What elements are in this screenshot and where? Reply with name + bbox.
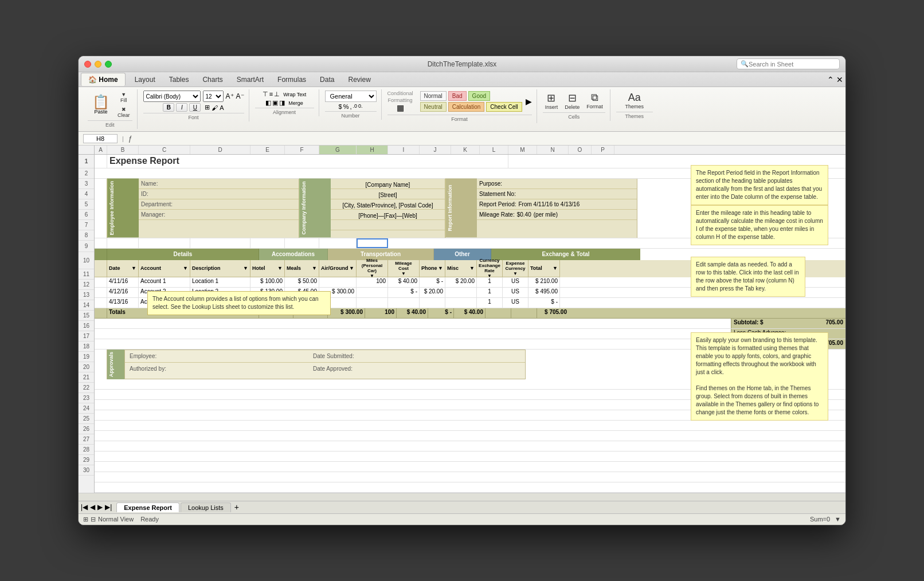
paste-button[interactable]: 📋 Paste	[88, 93, 114, 117]
nav-last-sheet[interactable]: ▶|	[105, 503, 112, 511]
delete-button[interactable]: ⊟ Delete	[562, 91, 582, 111]
tab-smartart[interactable]: SmartArt	[230, 73, 271, 86]
align-bottom-icon[interactable]: ⊥	[274, 91, 280, 98]
col-account-header[interactable]: Account▼	[139, 260, 190, 277]
borders-icon[interactable]: ⊞	[205, 104, 210, 111]
font-name-select[interactable]: Calibri (Body)	[143, 91, 201, 102]
number-format-select[interactable]: General	[325, 91, 377, 102]
col-mileage-cost-header[interactable]: Mileage Cost▼	[388, 260, 420, 277]
style-checkcell[interactable]: Check Cell	[486, 102, 522, 112]
nav-first-sheet[interactable]: |◀	[81, 503, 88, 511]
style-good[interactable]: Good	[468, 91, 490, 101]
cell-E8[interactable]	[250, 238, 285, 248]
cell-H8-selected[interactable]	[357, 238, 388, 248]
cell-mileage-11[interactable]: $ 40.00	[388, 277, 420, 287]
cell-D8[interactable]	[190, 238, 250, 248]
cell-total-12[interactable]: $ 495.00	[528, 288, 560, 297]
cell-A1[interactable]	[95, 155, 107, 168]
minimize-button[interactable]	[95, 61, 101, 68]
bold-button[interactable]: B	[163, 103, 174, 112]
align-middle-icon[interactable]: ≡	[269, 91, 273, 98]
cell-total-11[interactable]: $ 210.00	[528, 277, 560, 287]
sheet-tab-expense-report[interactable]: Expense Report	[116, 503, 179, 512]
col-header-D[interactable]: D	[190, 146, 250, 154]
col-total-header[interactable]: Total▼	[528, 260, 560, 277]
cell-A11[interactable]	[95, 277, 107, 287]
col-header-F[interactable]: F	[285, 146, 319, 154]
tab-formulas[interactable]: Formulas	[271, 73, 313, 86]
align-right-icon[interactable]: ◨	[279, 99, 285, 107]
themes-button[interactable]: Aa Themes	[622, 91, 646, 111]
add-sheet-button[interactable]: +	[234, 503, 239, 512]
cell-mileage-12[interactable]: $ -	[388, 288, 420, 297]
col-miles-header[interactable]: Miles (Personal Car)▼	[357, 260, 388, 277]
search-input[interactable]	[749, 61, 836, 68]
cell-A13[interactable]	[95, 298, 107, 308]
cell-misc-12[interactable]	[445, 288, 477, 297]
nav-prev-sheet[interactable]: ◀	[90, 503, 95, 511]
col-header-I[interactable]: I	[388, 146, 420, 154]
cell-hotel-11[interactable]: $ 100.00	[250, 277, 285, 287]
comma-icon[interactable]: ,	[350, 103, 351, 110]
col-airground-header[interactable]: Air/Ground▼	[319, 260, 357, 277]
col-header-G[interactable]: G	[319, 146, 357, 154]
formula-input[interactable]	[137, 135, 841, 142]
format-button[interactable]: ⧉ Format	[584, 91, 605, 111]
cell-A8[interactable]	[95, 238, 107, 248]
close-button[interactable]	[84, 61, 91, 68]
cell-currency-13[interactable]: US	[503, 298, 528, 308]
align-top-icon[interactable]: ⊤	[263, 91, 268, 98]
cell-F8[interactable]	[285, 238, 319, 248]
percent-icon[interactable]: %	[343, 103, 349, 110]
view-mode-icon[interactable]: ⊞	[83, 516, 88, 523]
col-header-P[interactable]: P	[592, 146, 614, 154]
cell-date-13[interactable]: 4/13/16	[107, 298, 139, 308]
col-header-L[interactable]: L	[480, 146, 508, 154]
cell-rate-13[interactable]: 1	[477, 298, 503, 308]
cell-miles-12[interactable]	[357, 288, 388, 297]
selected-cell-display[interactable]	[331, 220, 445, 230]
cell-currency-11[interactable]: US	[503, 277, 528, 287]
cell-rate-11[interactable]: 1	[477, 277, 503, 287]
col-phone-header[interactable]: Phone▼	[420, 260, 445, 277]
insert-button[interactable]: ⊞ Insert	[543, 91, 561, 111]
wrap-text-button[interactable]: Wrap Text	[283, 91, 306, 98]
col-expense-currency-header[interactable]: Expense Currency▼	[503, 260, 528, 277]
layout-view-icon[interactable]: ⊟	[91, 516, 96, 523]
decimal-decrease-icon[interactable]: 0.	[358, 103, 363, 110]
col-currency-rate-header[interactable]: Currency Exchange Rate▼	[477, 260, 503, 277]
cell-reference-input[interactable]	[83, 134, 118, 143]
tab-layout[interactable]: Layout	[128, 73, 162, 86]
horizontal-scrollbar[interactable]	[79, 493, 845, 501]
sheet-tab-lookup-lists[interactable]: Lookup Lists	[181, 503, 231, 512]
merge-button[interactable]: Merge	[288, 99, 303, 107]
function-icon[interactable]: ƒ	[128, 134, 132, 143]
currency-icon[interactable]: $	[339, 103, 342, 110]
nav-next-sheet[interactable]: ▶	[97, 503, 103, 511]
underline-button[interactable]: U	[189, 103, 201, 112]
cell-mileage-13[interactable]	[388, 298, 420, 308]
cell-B8[interactable]	[107, 238, 139, 248]
highlight-icon[interactable]: 🖌	[212, 104, 218, 111]
tab-review[interactable]: Review	[341, 73, 377, 86]
tab-charts[interactable]: Charts	[195, 73, 229, 86]
fill-button[interactable]: ▼ Fill	[115, 91, 132, 104]
col-header-B[interactable]: B	[107, 146, 139, 154]
col-header-O[interactable]: O	[569, 146, 592, 154]
more-styles-icon[interactable]: ▶	[526, 97, 532, 106]
col-header-J[interactable]: J	[420, 146, 451, 154]
cell-meals-11[interactable]: $ 50.00	[285, 277, 319, 287]
clear-button[interactable]: ✖ Clear	[115, 105, 132, 119]
cell-phone-13[interactable]	[420, 298, 445, 308]
style-normal[interactable]: Normal	[420, 91, 447, 101]
col-hotel-header[interactable]: Hotel▼	[250, 260, 285, 277]
zoom-icon[interactable]: ▼	[835, 516, 841, 523]
cell-phone-12[interactable]: $ 20.00	[420, 288, 445, 297]
cell-total-13[interactable]: $ -	[528, 298, 560, 308]
font-shrink-icon[interactable]: A⁻	[236, 92, 244, 100]
font-size-select[interactable]: 12	[203, 91, 224, 102]
cell-phone-11[interactable]: $ -	[420, 277, 445, 287]
cell-misc-13[interactable]	[445, 298, 477, 308]
search-bar[interactable]: 🔍	[737, 58, 840, 69]
maximize-button[interactable]	[105, 61, 112, 68]
